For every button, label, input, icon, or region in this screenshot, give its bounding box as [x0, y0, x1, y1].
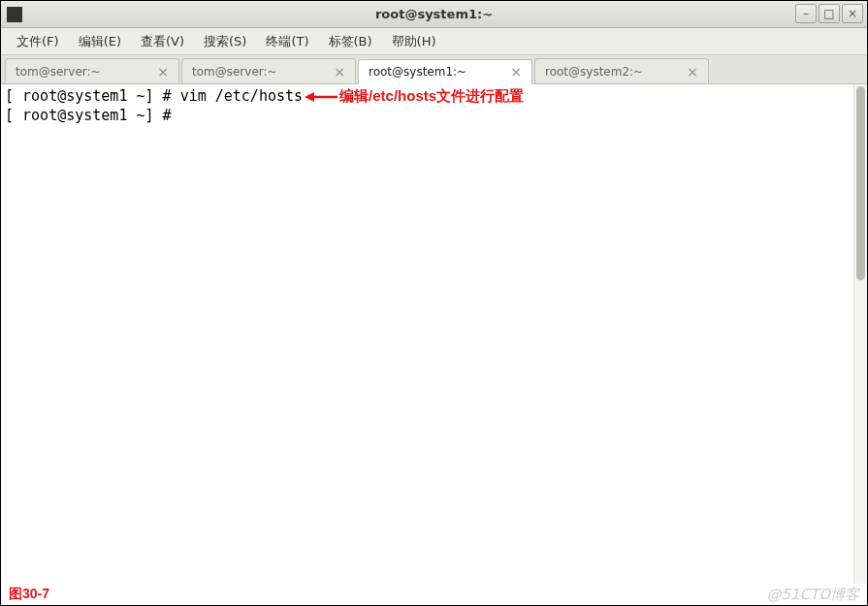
terminal-content[interactable]: [ root@system1 ~] # vim /etc/hosts编辑/etc… [1, 84, 867, 584]
footer: 图30-7 @51CTO博客 [1, 584, 867, 605]
tab-root-system2[interactable]: root@system2:~ × [534, 58, 709, 83]
window-title: root@system1:~ [375, 7, 493, 21]
tab-close-icon[interactable]: × [157, 65, 169, 79]
minimize-button[interactable]: – [795, 4, 817, 23]
annotation-text: 编辑/etc/hosts文件进行配置 [339, 87, 524, 104]
maximize-button[interactable]: □ [819, 4, 840, 23]
tab-label: tom@server:~ [192, 65, 326, 79]
window-icon [7, 7, 22, 22]
menu-view[interactable]: 查看(V) [131, 29, 194, 54]
vertical-scrollbar[interactable] [853, 84, 867, 584]
watermark: @51CTO博客 [766, 586, 859, 604]
close-button[interactable]: × [842, 4, 863, 23]
svg-marker-1 [305, 92, 314, 102]
tab-close-icon[interactable]: × [687, 65, 698, 79]
figure-label: 图30-7 [9, 586, 49, 603]
scrollbar-thumb[interactable] [856, 86, 865, 280]
menu-search[interactable]: 搜索(S) [194, 29, 256, 54]
tab-tom-server-1[interactable]: tom@server:~ × [5, 58, 179, 83]
menu-file[interactable]: 文件(F) [7, 29, 69, 54]
menu-tabs[interactable]: 标签(B) [319, 29, 382, 54]
command: vim /etc/hosts [180, 87, 303, 105]
tab-label: tom@server:~ [16, 65, 149, 79]
menu-terminal[interactable]: 终端(T) [256, 29, 318, 54]
terminal-line: [ root@system1 ~] # vim /etc/hosts编辑/etc… [5, 86, 863, 106]
prompt: [ root@system1 ~] # [5, 107, 180, 124]
tab-label: root@system1:~ [369, 65, 502, 79]
menubar: 文件(F) 编辑(E) 查看(V) 搜索(S) 终端(T) 标签(B) 帮助(H… [1, 28, 867, 55]
tabbar: tom@server:~ × tom@server:~ × root@syste… [1, 55, 867, 84]
tab-close-icon[interactable]: × [334, 65, 345, 79]
annotation-arrow-icon [305, 90, 338, 104]
menu-help[interactable]: 帮助(H) [382, 29, 446, 54]
window-controls: – □ × [795, 4, 863, 23]
tab-tom-server-2[interactable]: tom@server:~ × [181, 58, 356, 83]
terminal-line: [ root@system1 ~] # [5, 106, 863, 125]
window-titlebar: root@system1:~ – □ × [1, 1, 867, 28]
tab-close-icon[interactable]: × [510, 65, 522, 79]
tab-label: root@system2:~ [545, 65, 679, 79]
menu-edit[interactable]: 编辑(E) [69, 29, 131, 54]
tab-root-system1[interactable]: root@system1:~ × [358, 59, 532, 84]
prompt: [ root@system1 ~] # [5, 87, 180, 105]
